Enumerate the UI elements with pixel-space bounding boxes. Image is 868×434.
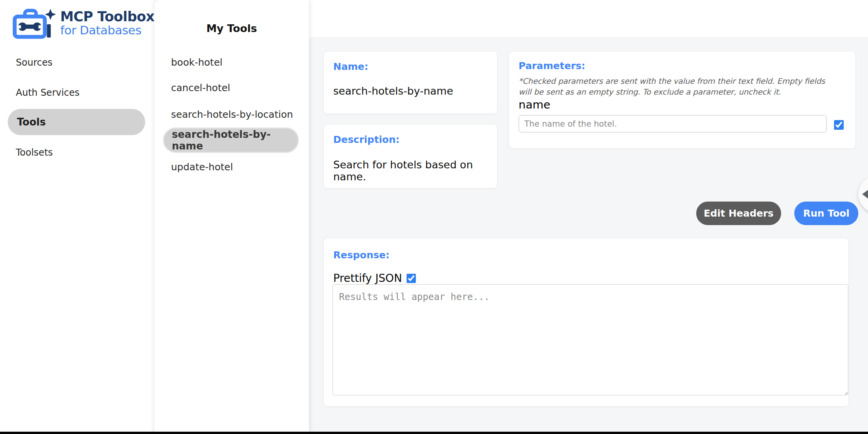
response-output-textarea[interactable] bbox=[332, 284, 848, 395]
parameters-note: *Checked parameters are sent with the va… bbox=[519, 76, 835, 97]
run-tool-button[interactable]: Run Tool bbox=[794, 202, 858, 225]
bottom-edge-bar bbox=[0, 432, 868, 434]
tool-description-value: Search for hotels based on name. bbox=[333, 159, 497, 183]
prettify-json-checkbox[interactable] bbox=[407, 274, 416, 283]
parameters-card-label: Parameters: bbox=[519, 60, 585, 71]
main-content: Name: search-hotels-by-name Description:… bbox=[309, 0, 868, 434]
sidebar-item-tools[interactable]: Tools bbox=[8, 109, 145, 135]
tool-name-value: search-hotels-by-name bbox=[333, 85, 453, 97]
response-card: Response: Prettify JSON bbox=[324, 238, 849, 407]
chevron-left-icon bbox=[862, 187, 868, 201]
sidebar-item-toolsets[interactable]: Toolsets bbox=[16, 147, 53, 158]
parameters-card: Parameters: *Checked parameters are sent… bbox=[509, 51, 856, 149]
tool-item-cancel-hotel[interactable]: cancel-hotel bbox=[171, 82, 230, 94]
name-card-label: Name: bbox=[333, 61, 368, 72]
sidebar-item-auth-services[interactable]: Auth Services bbox=[16, 87, 80, 98]
tool-item-search-hotels-by-location[interactable]: search-hotels-by-location bbox=[171, 109, 293, 120]
selected-tool-label: search-hotels-by-name bbox=[172, 129, 298, 152]
app-logo: MCP Toolbox for Databases bbox=[11, 6, 154, 40]
param-name-input[interactable] bbox=[519, 115, 827, 132]
description-card: Description: Search for hotels based on … bbox=[324, 124, 497, 188]
sidebar-item-sources[interactable]: Sources bbox=[16, 57, 53, 68]
tool-item-search-hotels-by-name[interactable]: search-hotels-by-name bbox=[163, 127, 299, 153]
name-card: Name: search-hotels-by-name bbox=[324, 51, 497, 114]
prettify-json-label: Prettify JSON bbox=[333, 272, 402, 285]
logo-subtitle: for Databases bbox=[60, 24, 154, 37]
wrench-icon bbox=[18, 22, 41, 31]
param-name-label: name bbox=[519, 98, 550, 111]
tools-panel-title: My Tools bbox=[154, 22, 309, 34]
sidebar-item-tools-label: Tools bbox=[17, 116, 46, 128]
edit-headers-button[interactable]: Edit Headers bbox=[696, 202, 781, 225]
response-card-label: Response: bbox=[333, 249, 390, 261]
main-header-strip bbox=[309, 0, 868, 38]
logo-text: MCP Toolbox for Databases bbox=[60, 10, 154, 37]
sidebar: MCP Toolbox for Databases Sources Auth S… bbox=[0, 0, 154, 434]
toolbox-logo-icon bbox=[11, 6, 56, 40]
prettify-json-row: Prettify JSON bbox=[333, 272, 416, 285]
tool-item-update-hotel[interactable]: update-hotel bbox=[171, 161, 233, 173]
description-card-label: Description: bbox=[333, 134, 400, 145]
logo-title: MCP Toolbox bbox=[60, 10, 154, 24]
tools-list-panel: My Tools book-hotel cancel-hotel search-… bbox=[154, 0, 309, 434]
param-name-checkbox[interactable] bbox=[834, 120, 844, 130]
tool-item-book-hotel[interactable]: book-hotel bbox=[171, 57, 222, 68]
